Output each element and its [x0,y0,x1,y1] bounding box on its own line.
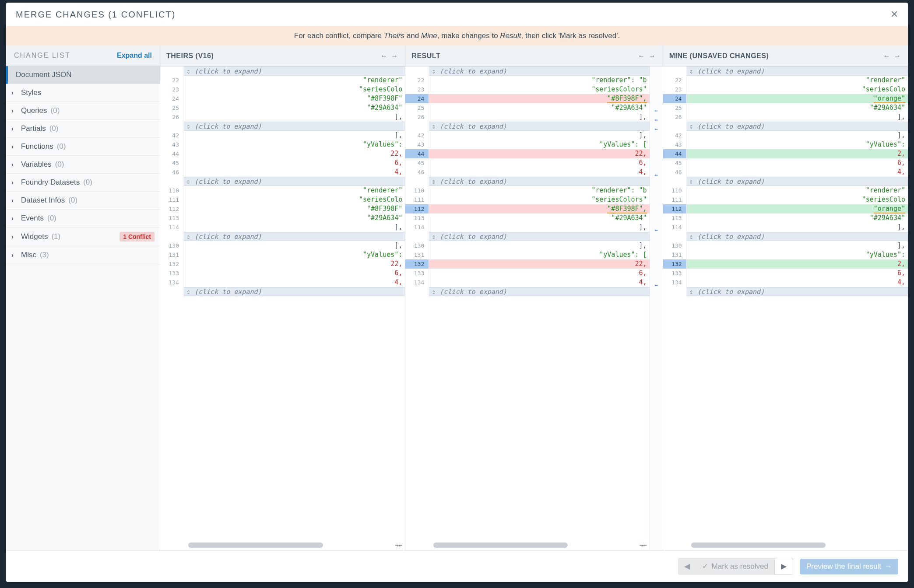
sidebar-item[interactable]: ›Styles [6,84,160,102]
chevron-right-icon: › [11,179,18,186]
sidebar-item[interactable]: ›Widgets (1)1 Conflict [6,228,160,246]
theirs-title: THEIRS (V16) [166,52,377,60]
merge-arrow-icon[interactable]: ⇜ [650,225,663,234]
merge-arrow-icon[interactable] [650,207,663,216]
sidebar-item[interactable]: ›Foundry Datasets (0) [6,174,160,192]
sidebar-item-count: (0) [49,124,59,133]
fold-toggle[interactable]: (click to expand) [184,66,405,76]
merge-arrow-icon[interactable]: ⇜ [650,124,663,133]
sidebar-item-label: Foundry Datasets [21,178,80,187]
merge-arrow-icon[interactable] [650,253,663,262]
fold-toggle[interactable]: (click to expand) [184,122,405,131]
merge-arrow-icon[interactable] [650,143,663,152]
preview-final-result-button[interactable]: Preview the final result → [800,559,898,574]
mark-resolved-button[interactable]: ✓ Mark as resolved [696,558,774,575]
merge-arrow-icon[interactable]: ⇜ [650,280,663,290]
sidebar-item[interactable]: ›Queries (0) [6,102,160,120]
result-nav-prev-next[interactable]: ← → [638,52,656,60]
fold-toggle[interactable]: (click to expand) [184,232,405,241]
fold-toggle[interactable]: (click to expand) [687,287,908,296]
theirs-nav-prev-next[interactable]: ← → [380,52,399,60]
sidebar-item[interactable]: ›Misc (3) [6,246,160,264]
merge-arrow-icon[interactable] [650,262,663,271]
sidebar-item[interactable]: ›Variables (0) [6,156,160,174]
chevron-right-icon: › [11,215,18,222]
merge-arrow-icon[interactable] [650,161,663,170]
merge-arrow-icon[interactable] [650,133,663,143]
fold-toggle[interactable]: (click to expand) [429,122,649,131]
merge-arrow-icon[interactable] [650,271,663,280]
conflict-badge: 1 Conflict [120,232,155,242]
merge-arrow-icon[interactable]: ⇜ [650,106,663,115]
next-conflict-button[interactable]: ▶ [774,558,793,575]
result-code[interactable]: (click to expand)22"renderer": "b23"seri… [405,66,662,550]
result-pane: RESULT ← → (click to expand)22"renderer"… [405,46,663,550]
sidebar-item-label: Styles [21,88,41,97]
expand-all-link[interactable]: Expand all [117,52,152,60]
sidebar-item-count: (0) [51,106,60,115]
merge-arrow-icon[interactable] [650,244,663,253]
fold-toggle[interactable]: (click to expand) [687,177,908,186]
accept-theirs-icon[interactable]: ⇒⇐ [395,541,405,550]
sidebar-item-label: Dataset Infos [21,196,65,205]
chevron-right-icon: › [11,233,18,240]
chevron-right-icon: › [11,107,18,114]
merge-arrow-icon[interactable] [650,216,663,225]
merge-arrow-icon[interactable] [650,308,663,317]
theirs-scrollbar[interactable] [188,542,323,548]
sidebar-item[interactable]: ›Events (0) [6,210,160,228]
accept-mine-icon[interactable]: ⇒⇐ [640,541,650,550]
result-title: RESULT [411,52,634,60]
merge-arrow-icon[interactable] [650,97,663,106]
dialog-header: MERGE CHANGES (1 CONFLICT) ✕ [6,3,908,26]
fold-toggle[interactable]: (click to expand) [184,177,405,186]
sidebar-item-label: Partials [21,124,46,133]
merge-arrow-icon[interactable] [650,189,663,198]
check-icon: ✓ [702,562,708,571]
change-list-sidebar: CHANGE LIST Expand all Document JSON›Sty… [6,46,160,550]
fold-toggle[interactable]: (click to expand) [429,232,649,241]
merge-arrow-icon[interactable]: ⇜ [650,170,663,179]
merge-arrow-icon[interactable] [650,290,663,299]
sidebar-item[interactable]: ›Functions (0) [6,138,160,156]
fold-toggle[interactable]: (click to expand) [429,66,649,76]
sidebar-item-count: (3) [40,251,49,259]
merge-arrow-icon[interactable]: ⇜ [650,115,663,124]
prev-conflict-button[interactable]: ◀ [678,558,696,575]
fold-toggle[interactable]: (click to expand) [429,177,649,186]
chevron-right-icon: › [11,143,18,150]
merge-arrow-icon[interactable] [650,88,663,97]
fold-toggle[interactable]: (click to expand) [687,66,908,76]
sidebar-item[interactable]: ›Dataset Infos (0) [6,192,160,210]
fold-toggle[interactable]: (click to expand) [429,287,649,296]
merge-arrow-icon[interactable] [650,198,663,207]
sidebar-item-label: Misc [21,251,36,259]
sidebar-item[interactable]: ›Partials (0) [6,120,160,138]
close-icon[interactable]: ✕ [890,9,898,20]
dialog-footer: ◀ ✓ Mark as resolved ▶ Preview the final… [6,550,908,582]
sidebar-item[interactable]: Document JSON [6,66,160,84]
sidebar-item-count: (0) [68,196,77,205]
fold-toggle[interactable]: (click to expand) [687,122,908,131]
result-scrollbar[interactable] [433,542,568,548]
fold-toggle[interactable]: (click to expand) [687,232,908,241]
merge-arrow-icon[interactable] [650,299,663,308]
chevron-right-icon: › [11,252,18,259]
instruction-banner: For each conflict, compare Theirs and Mi… [6,26,908,46]
fold-toggle[interactable]: (click to expand) [184,287,405,296]
mine-scrollbar[interactable] [691,542,826,548]
merge-arrow-icon[interactable] [650,152,663,161]
change-list-title: CHANGE LIST [14,52,70,60]
theirs-pane: THEIRS (V16) ← → (click to expand)22"ren… [160,46,405,550]
mine-code[interactable]: (click to expand)22"renderer"23"seriesCo… [663,66,908,550]
sidebar-item-count: (1) [51,232,60,241]
chevron-right-icon: › [11,89,18,96]
sidebar-item-label: Widgets [21,232,48,241]
sidebar-item-label: Queries [21,106,47,115]
merge-arrow-icon[interactable] [650,234,663,244]
arrow-right-icon: → [885,562,892,571]
mine-nav-prev-next[interactable]: ← → [883,52,902,60]
dialog-title: MERGE CHANGES (1 CONFLICT) [16,10,176,20]
merge-arrow-icon[interactable] [650,179,663,189]
theirs-code[interactable]: (click to expand)22"renderer"23"seriesCo… [160,66,405,550]
